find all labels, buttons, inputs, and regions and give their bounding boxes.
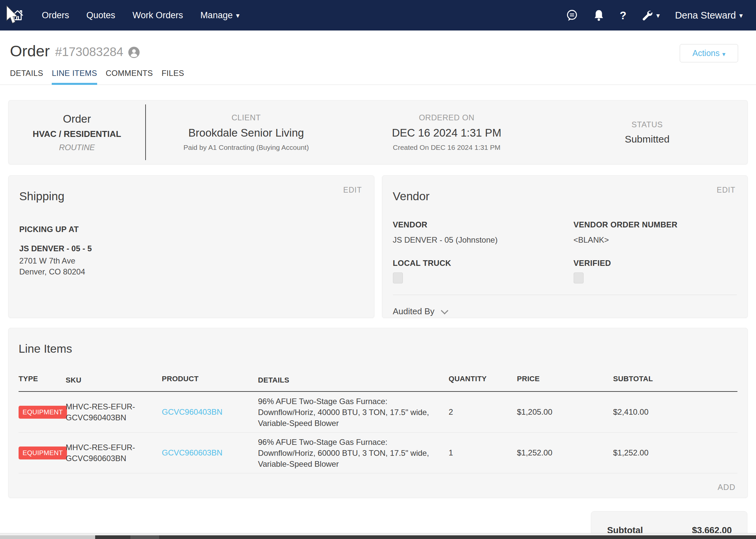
user-menu[interactable]: Dena Steward [675, 10, 743, 21]
subtotal-cell: $2,410.00 [613, 407, 737, 417]
price-cell: $1,205.00 [517, 407, 613, 417]
audited-by-label: Audited By [393, 306, 435, 317]
column-header-subtotal: SUBTOTAL [613, 375, 737, 386]
table-row: EQUIPMENTMHVC-RES-EFUR-GCVC960603BNGCVC9… [19, 432, 737, 473]
line-items-rows: EQUIPMENTMHVC-RES-EFUR-GCVC960403BNGCVC9… [19, 392, 737, 473]
nav-item-orders[interactable]: Orders [42, 10, 69, 21]
column-header-product: PRODUCT [162, 375, 258, 386]
status-label: STATUS [631, 120, 663, 129]
summary-order-category: HVAC / RESIDENTIAL [33, 129, 122, 139]
add-line-item-link[interactable]: ADD [717, 483, 735, 492]
sku-cell: MHVC-RES-EFUR-GCVC960603BN [66, 442, 162, 464]
chat-icon [566, 9, 578, 21]
page-title: Order [10, 42, 50, 60]
nav-item-manage-label: Manage [200, 10, 233, 21]
tab-line-items[interactable]: LINE ITEMS [52, 69, 97, 85]
line-items-table: TYPE SKU PRODUCT DETAILS QUANTITY PRICE … [19, 375, 737, 473]
line-items-card: Line Items TYPE SKU PRODUCT DETAILS QUAN… [8, 328, 748, 498]
vendor-value: JS DENVER - 05 (Johnstone) [393, 235, 574, 245]
tab-bar: DETAILS LINE ITEMS COMMENTS FILES [0, 69, 756, 85]
avatar-icon[interactable] [128, 46, 140, 58]
type-cell: EQUIPMENT [19, 406, 66, 419]
address-line-1: 2701 W 7th Ave [19, 255, 364, 266]
column-header-type: TYPE [19, 375, 66, 386]
equipment-badge: EQUIPMENT [19, 446, 67, 459]
details-cell: 96% AFUE Two-Stage Gas Furnace: Downflow… [258, 436, 449, 469]
column-header-quantity: QUANTITY [449, 375, 517, 386]
tab-details[interactable]: DETAILS [10, 69, 43, 85]
help-button[interactable]: ? [620, 10, 627, 21]
client-label: CLIENT [231, 113, 261, 122]
vendor-edit-link[interactable]: EDIT [717, 186, 735, 194]
table-header-row: TYPE SKU PRODUCT DETAILS QUANTITY PRICE … [19, 375, 737, 392]
column-header-details: DETAILS [258, 375, 449, 386]
status-value: Submitted [625, 134, 669, 145]
shipping-edit-link[interactable]: EDIT [343, 186, 362, 194]
taskbar-segment-light [0, 535, 95, 539]
client-paid-by: Paid by A1 Contracting (Buying Account) [183, 143, 309, 151]
verified-checkbox[interactable] [574, 272, 584, 283]
product-link[interactable]: GCVC960603BN [162, 448, 258, 457]
column-header-sku: SKU [66, 375, 162, 386]
local-truck-label: LOCAL TRUCK [393, 259, 574, 268]
home-button[interactable] [11, 9, 24, 22]
sku-cell: MHVC-RES-EFUR-GCVC960403BN [66, 401, 162, 423]
type-cell: EQUIPMENT [19, 446, 66, 459]
equipment-badge: EQUIPMENT [19, 406, 67, 419]
price-cell: $1,252.00 [517, 448, 613, 457]
vendor-divider [393, 295, 737, 295]
taskbar-segment-dark [0, 535, 756, 539]
taskbar-segment-mid [130, 535, 159, 539]
verified-label: VERIFIED [574, 259, 737, 268]
chat-button[interactable] [566, 9, 578, 21]
question-icon: ? [620, 10, 627, 21]
vendor-title: Vendor [393, 190, 737, 203]
quantity-cell: 1 [449, 448, 517, 457]
nav-item-manage[interactable]: Manage [200, 10, 239, 21]
created-on-text: Created On DEC 16 2024 1:31 PM [393, 143, 501, 151]
top-navbar: Orders Quotes Work Orders Manage [0, 0, 756, 31]
client-name: Brookdale Senior Living [188, 127, 304, 139]
vendor-label: VENDOR [393, 220, 574, 229]
vendor-card: EDIT Vendor VENDOR JS DENVER - 05 (Johns… [382, 175, 748, 318]
shipping-title: Shipping [19, 190, 364, 203]
user-name: Dena Steward [675, 10, 736, 21]
vendor-order-number-value: <BLANK> [574, 235, 737, 245]
summary-order-title: Order [63, 113, 91, 125]
summary-order-priority: ROUTINE [59, 143, 95, 152]
actions-button-label: Actions [692, 48, 719, 58]
nav-item-quotes[interactable]: Quotes [87, 10, 116, 21]
home-icon [11, 9, 24, 22]
bell-icon [593, 9, 605, 21]
order-summary-card: Order HVAC / RESIDENTIAL ROUTINE CLIENT … [8, 100, 748, 164]
pickup-location-name: JS DENVER - 05 - 5 [19, 244, 364, 253]
ordered-on-date: DEC 16 2024 1:31 PM [392, 127, 501, 139]
bottom-taskbar-edge [0, 533, 756, 539]
ordered-on-label: ORDERED ON [419, 113, 474, 122]
tools-menu[interactable] [641, 10, 660, 21]
column-header-price: PRICE [517, 375, 613, 386]
line-items-title: Line Items [19, 342, 737, 355]
notifications-button[interactable] [593, 9, 605, 21]
caret-down-icon [719, 48, 725, 58]
tab-comments[interactable]: COMMENTS [106, 69, 153, 85]
quantity-cell: 2 [449, 407, 517, 417]
subtotal-cell: $1,252.00 [613, 448, 737, 457]
shipping-card: EDIT Shipping PICKING UP AT JS DENVER - … [8, 175, 375, 318]
local-truck-checkbox[interactable] [393, 272, 403, 283]
nav-item-work-orders[interactable]: Work Orders [132, 10, 183, 21]
order-number: #173083284 [55, 45, 124, 59]
vendor-order-number-label: VENDOR ORDER NUMBER [574, 220, 737, 229]
table-row: EQUIPMENTMHVC-RES-EFUR-GCVC960403BNGCVC9… [19, 392, 737, 432]
tab-files[interactable]: FILES [161, 69, 184, 85]
chevron-down-icon [441, 307, 449, 314]
product-link[interactable]: GCVC960403BN [162, 407, 258, 417]
actions-button[interactable]: Actions [680, 44, 738, 62]
wrench-icon [641, 10, 653, 21]
address-line-2: Denver, CO 80204 [19, 266, 364, 277]
audited-by-toggle[interactable]: Audited By [393, 306, 737, 317]
pickup-address: 2701 W 7th Ave Denver, CO 80204 [19, 255, 364, 277]
details-cell: 96% AFUE Two-Stage Gas Furnace: Downflow… [258, 396, 449, 428]
picking-up-at-label: PICKING UP AT [19, 225, 364, 234]
